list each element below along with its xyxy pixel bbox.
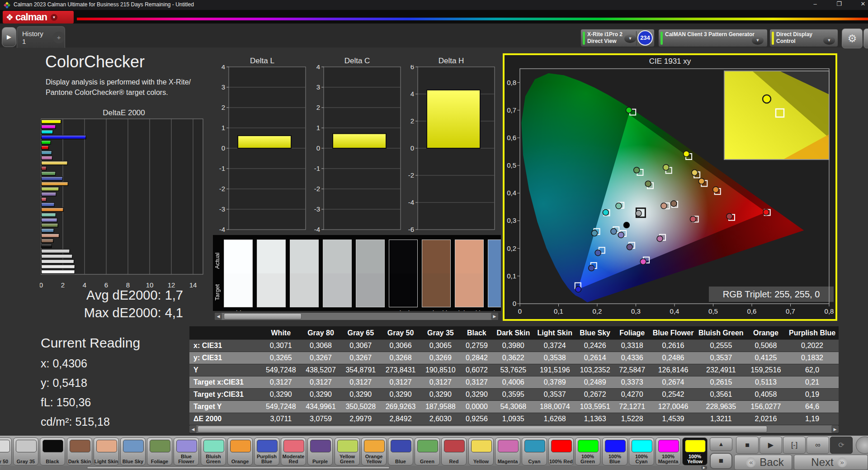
table-cell: 127,0046 — [650, 401, 696, 413]
cie-1931-panel: CIE 1931 xy — [503, 53, 837, 321]
delta-c-title: Delta C — [312, 56, 402, 66]
table-cell: 354,8791 — [341, 364, 381, 376]
table-cell: 1,5228 — [614, 413, 650, 425]
table-cell: 0,3127 — [341, 376, 381, 389]
palette-color-button[interactable]: Gray 35 — [13, 437, 38, 465]
transport-knob-button[interactable] — [856, 437, 868, 454]
palette-color-button[interactable]: Moderate Red — [281, 437, 306, 465]
table-cell: 0,4270 — [614, 389, 650, 401]
cie-measured-marker — [763, 209, 769, 215]
settings-gear-icon[interactable]: ⚙ — [842, 28, 863, 48]
table-cell: 0,3127 — [261, 376, 301, 389]
patch-swatch-label: Gray 35 — [352, 309, 388, 311]
palette-color-button[interactable]: Blue — [388, 437, 413, 465]
swatch-scrollbar-thumb[interactable] — [224, 313, 302, 320]
table-cell: 434,9961 — [301, 401, 340, 413]
palette-color-label: Orange — [228, 459, 252, 464]
calman-wordmark: calman — [15, 12, 47, 22]
palette-scrollbar-thumb[interactable] — [87, 466, 390, 469]
palette-color-button[interactable]: 100% Yellow — [682, 437, 708, 465]
table-column-header: Black — [460, 326, 493, 340]
palette-color-button[interactable]: Black — [40, 437, 65, 465]
palette-color-button[interactable]: 100% Cyan — [629, 437, 654, 465]
table-row-label: Y — [189, 364, 261, 376]
back-button[interactable]: « Back — [734, 455, 792, 470]
palette-color-button[interactable]: 100% Green — [575, 437, 600, 465]
svg-text:0,1: 0,1 — [554, 307, 563, 315]
table-cell: 3,0711 — [261, 413, 301, 425]
table-cell: 0,2615 — [696, 376, 746, 389]
cie-chromaticity-chart: RGB Triplet: 255, 255, 000,10,20,30,40,5… — [505, 55, 835, 321]
patch-swatch — [224, 240, 253, 307]
max-de2000-stat: Max dE2000: 4,1 — [32, 306, 183, 320]
svg-text:4: 4 — [222, 65, 225, 70]
palette-color-button[interactable]: Foliage — [147, 437, 172, 465]
calman-menu-button[interactable]: ❖ calman ▼ — [3, 11, 74, 24]
svg-text:-2: -2 — [408, 171, 414, 179]
tab-scroll-button[interactable]: ▶ — [2, 27, 16, 47]
palette-color-button[interactable]: Orange Yellow — [361, 437, 387, 465]
palette-color-label: 100% Green — [576, 454, 600, 464]
palette-color-swatch — [578, 440, 599, 452]
pattern-window-button[interactable]: ■ — [710, 453, 732, 469]
close-button[interactable]: ✕ — [856, 0, 868, 9]
collapse-panel-button[interactable]: ◄ — [863, 28, 868, 48]
meter-count-badge[interactable]: 234 — [637, 30, 653, 46]
table-cell: 159,2516 — [746, 364, 786, 376]
palette-color-button[interactable]: Yellow Green — [335, 437, 360, 465]
svg-text:0: 0 — [316, 144, 320, 152]
tab-history-1[interactable]: History 1 + — [17, 26, 65, 48]
svg-text:0,8: 0,8 — [825, 307, 834, 315]
divider — [636, 31, 637, 46]
play-button[interactable]: ▶ — [760, 437, 782, 454]
swatch-scrollbar[interactable]: ◀ ▶ — [215, 313, 498, 320]
palette-color-label: Red — [442, 459, 466, 464]
palette-row-up-button[interactable]: ▲ — [710, 437, 732, 451]
next-button[interactable]: Next » — [794, 455, 868, 470]
palette-color-button[interactable]: 100% Blue — [602, 437, 627, 465]
table-cell: 188,0074 — [533, 401, 576, 413]
table-row: x: CIE310,30710,30680,30670,30660,30650,… — [189, 340, 839, 352]
rainbow-divider — [77, 18, 868, 20]
table-scrollbar-thumb[interactable] — [198, 426, 767, 432]
display-control-dropdown[interactable]: Direct Display Control ▼ — [769, 29, 838, 47]
palette-color-button[interactable]: Blue Sky — [120, 437, 146, 465]
palette-color-button[interactable]: Light Skin — [94, 437, 119, 465]
table-cell: 0,3290 — [261, 389, 301, 401]
palette-color-button[interactable]: Dark Skin — [67, 437, 92, 465]
meter-status-bar — [583, 32, 585, 45]
cie-measured-marker — [661, 203, 667, 209]
palette-color-button[interactable]: 100% Magenta — [656, 437, 681, 465]
pattern-generator-dropdown[interactable]: CalMAN Client 3 Pattern Generator ▼ — [658, 29, 768, 47]
table-column-header: Blue Flower — [650, 326, 696, 340]
pattern-window-icon[interactable]: [-] — [783, 437, 806, 454]
palette-color-button[interactable]: Yellow — [468, 437, 494, 465]
table-cell: 0,3724 — [533, 340, 576, 352]
table-cell: 0,3537 — [696, 352, 746, 364]
palette-color-button[interactable]: Purple — [307, 437, 333, 465]
restore-button[interactable]: ❐ — [832, 0, 846, 9]
minimize-button[interactable]: – — [808, 0, 822, 9]
table-scrollbar[interactable]: ◀ ▶ — [189, 425, 839, 433]
palette-color-button[interactable]: Gray 50 — [0, 437, 12, 465]
palette-scrollbar[interactable]: ▶ — [1, 466, 707, 470]
add-tab-button[interactable]: + — [53, 32, 65, 43]
stop-button[interactable]: ■ — [736, 437, 759, 454]
palette-color-button[interactable]: Purplish Blue — [254, 437, 279, 465]
palette-color-button[interactable]: Green — [415, 437, 440, 465]
table-cell: 103,5951 — [576, 401, 614, 413]
palette-color-button[interactable]: Bluish Green — [201, 437, 226, 465]
palette-color-button[interactable]: Orange — [227, 437, 253, 465]
table-cell: 0,2759 — [460, 340, 493, 352]
palette-color-swatch — [498, 440, 519, 452]
palette-color-button[interactable]: 100% Red — [548, 437, 574, 465]
loop-infinity-button[interactable]: ∞ — [807, 437, 829, 454]
palette-color-button[interactable]: Blue Flower — [174, 437, 199, 465]
palette-color-swatch — [524, 440, 545, 452]
cie-measured-marker — [684, 151, 689, 157]
palette-color-button[interactable]: Magenta — [495, 437, 520, 465]
palette-color-label: Yellow Green — [335, 454, 359, 464]
palette-color-button[interactable]: Cyan — [522, 437, 547, 465]
palette-color-button[interactable]: Red — [441, 437, 467, 465]
sync-button[interactable]: ⟳ — [830, 437, 853, 454]
